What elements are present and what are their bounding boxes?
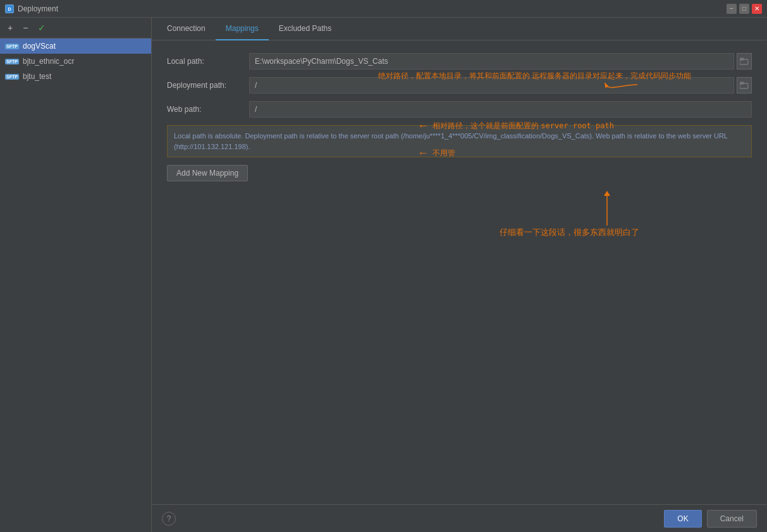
cancel-button[interactable]: Cancel bbox=[707, 510, 757, 528]
local-path-label: Local path: bbox=[167, 57, 249, 66]
title-bar: D Deployment − □ ✕ bbox=[0, 0, 767, 18]
web-path-input-wrapper bbox=[249, 101, 752, 118]
sftp-badge: SFTP bbox=[5, 74, 19, 80]
server-list: SFTP dogVScat SFTP bjtu_ethnic_ocr SFTP … bbox=[0, 39, 151, 532]
remove-server-button[interactable]: − bbox=[20, 21, 30, 34]
sftp-badge: SFTP bbox=[5, 59, 19, 64]
sidebar-toolbar: + − ✓ bbox=[0, 18, 151, 39]
web-path-row: Web path: bbox=[167, 101, 752, 118]
sidebar-item-bjtu-test[interactable]: SFTP bjtu_test bbox=[0, 69, 151, 84]
svg-marker-7 bbox=[604, 191, 610, 196]
app-icon: D bbox=[5, 4, 14, 13]
web-path-label: Web path: bbox=[167, 105, 249, 114]
confirm-button[interactable]: ✓ bbox=[35, 21, 48, 34]
tab-bar: Connection Mappings Excluded Paths bbox=[152, 18, 767, 40]
minimize-button[interactable]: − bbox=[727, 4, 737, 14]
close-button[interactable]: ✕ bbox=[752, 4, 762, 14]
deployment-path-row: Deployment path: bbox=[167, 77, 752, 94]
dialog-buttons: OK Cancel bbox=[664, 510, 757, 528]
ok-button[interactable]: OK bbox=[664, 510, 701, 528]
server-name: bjtu_ethnic_ocr bbox=[23, 57, 74, 66]
web-path-input[interactable] bbox=[249, 101, 752, 118]
info-box: Local path is absolute. Deployment path … bbox=[167, 125, 752, 157]
sidebar-item-dogvscat[interactable]: SFTP dogVScat bbox=[0, 39, 151, 54]
local-path-browse-button[interactable] bbox=[737, 53, 752, 70]
sftp-badge: SFTP bbox=[5, 44, 19, 49]
server-name: dogVScat bbox=[23, 42, 56, 51]
bottom-bar: ? OK Cancel bbox=[152, 504, 767, 532]
local-path-input-wrapper bbox=[249, 53, 752, 70]
deployment-path-browse-button[interactable] bbox=[737, 77, 752, 94]
local-path-input[interactable] bbox=[249, 53, 734, 70]
form-area: Local path: Deployment path: bbox=[152, 40, 767, 504]
local-path-row: Local path: bbox=[167, 53, 752, 70]
server-name: bjtu_test bbox=[23, 72, 51, 81]
maximize-button[interactable]: □ bbox=[739, 4, 749, 14]
deployment-path-label: Deployment path: bbox=[167, 81, 249, 90]
sidebar-item-bjtu-ethnic-ocr[interactable]: SFTP bjtu_ethnic_ocr bbox=[0, 54, 151, 69]
info-box-annotation: 仔细看一下这段话，很多东西就明白了 bbox=[500, 227, 639, 238]
tab-excluded-paths[interactable]: Excluded Paths bbox=[269, 18, 341, 40]
sidebar: + − ✓ SFTP dogVScat SFTP bjtu_ethnic_ocr… bbox=[0, 18, 152, 532]
deployment-path-input[interactable] bbox=[249, 77, 734, 94]
info-arrow bbox=[582, 191, 632, 229]
add-new-mapping-button[interactable]: Add New Mapping bbox=[167, 165, 248, 181]
tab-mappings[interactable]: Mappings bbox=[216, 18, 269, 40]
svg-text:D: D bbox=[8, 7, 11, 11]
deployment-path-input-wrapper bbox=[249, 77, 752, 94]
window-title: Deployment bbox=[18, 4, 58, 13]
tab-connection[interactable]: Connection bbox=[157, 18, 216, 40]
right-panel: Connection Mappings Excluded Paths Local… bbox=[152, 18, 767, 532]
add-server-button[interactable]: + bbox=[5, 21, 15, 34]
help-button[interactable]: ? bbox=[162, 512, 176, 526]
window-controls: − □ ✕ bbox=[727, 4, 762, 14]
